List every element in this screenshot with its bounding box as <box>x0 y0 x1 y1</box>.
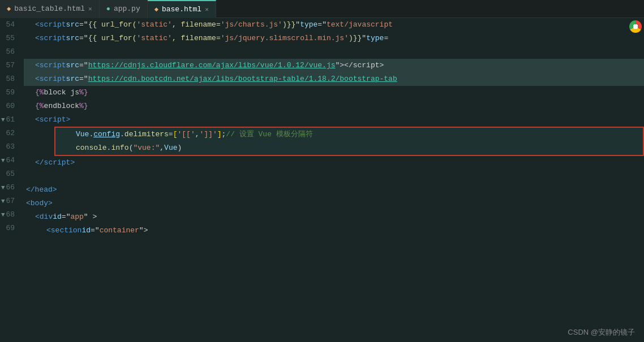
ln-57: 57 <box>0 59 19 72</box>
tab-basic-table[interactable]: ◆ basic_table.html ✕ <box>0 0 100 18</box>
code-line-69: <section id="container"> <box>24 224 644 237</box>
code-line-54: <script src="{{ url_for('static', filena… <box>24 18 644 32</box>
code-lines: <script src="{{ url_for('static', filena… <box>24 18 644 237</box>
ln-69: 69 <box>0 222 19 235</box>
close-base-tab[interactable]: ✕ <box>205 6 209 13</box>
code-line-60: {% endblock %} <box>24 99 644 113</box>
tab-app-py[interactable]: ● app.py <box>100 0 148 18</box>
py-icon: ● <box>106 5 110 13</box>
code-line-67: <body> <box>24 197 644 210</box>
close-basic-tab[interactable]: ✕ <box>88 5 92 12</box>
code-line-55: <script src="{{ url_for('static', filena… <box>24 32 644 45</box>
ln-55: 55 <box>0 32 19 45</box>
tab-base-html[interactable]: ◆ base.html ✕ <box>148 0 216 18</box>
ln-54: 54 <box>0 18 19 32</box>
ln-62: 62 <box>0 127 19 140</box>
code-line-58: <script src="https://cdn.bootcdn.net/aja… <box>24 72 644 86</box>
ln-59: 59 <box>0 86 19 99</box>
chrome-icon <box>629 20 642 33</box>
tab-base-label: base.html <box>162 5 201 14</box>
fold-icon-64[interactable]: ▼ <box>1 154 5 167</box>
html-icon: ◆ <box>7 5 11 13</box>
watermark: CSDN @安静的镜子 <box>568 327 635 337</box>
tab-bar: ◆ basic_table.html ✕ ● app.py ◆ base.htm… <box>0 0 644 18</box>
html-icon-active: ◆ <box>154 5 158 14</box>
code-content: <script src="{{ url_for('static', filena… <box>24 18 644 342</box>
ln-66: ▼ 66 <box>0 181 19 194</box>
tag-script-55: <script <box>35 32 66 45</box>
code-line-59: {% block js %} <box>24 86 644 99</box>
fold-icon-68[interactable]: ▼ <box>1 208 5 222</box>
ln-58: 58 <box>0 72 19 86</box>
editor: ◆ basic_table.html ✕ ● app.py ◆ base.htm… <box>0 0 644 342</box>
code-line-63: console.info("vue:",Vue) <box>55 141 643 155</box>
code-area: 54 55 56 57 58 59 60 ▼ 61 62 63 ▼ 64 65 … <box>0 18 644 342</box>
code-line-62: Vue.config.delimiters = ['[[', ']]']; //… <box>55 128 643 141</box>
code-line-65 <box>24 170 644 183</box>
ln-56: 56 <box>0 45 19 59</box>
fold-icon-61[interactable]: ▼ <box>1 113 5 127</box>
code-line-66: </head> <box>24 183 644 197</box>
code-line-56 <box>24 45 644 59</box>
ln-67: ▼ 67 <box>0 194 19 208</box>
fold-icon-67[interactable]: ▼ <box>1 194 5 208</box>
ln-63: 63 <box>0 140 19 154</box>
fold-icon-66[interactable]: ▼ <box>1 181 5 194</box>
code-line-64: </script> <box>24 156 644 170</box>
ln-65: 65 <box>0 167 19 181</box>
highlighted-block: Vue.config.delimiters = ['[[', ']]']; //… <box>54 127 644 156</box>
tab-app-label: app.py <box>114 5 140 13</box>
ln-68: ▼ 68 <box>0 208 19 222</box>
ln-61: ▼ 61 <box>0 113 19 127</box>
code-line-57: <script src="https://cdnjs.cloudflare.co… <box>24 59 644 72</box>
code-line-61: <script> <box>24 113 644 127</box>
line-numbers: 54 55 56 57 58 59 60 ▼ 61 62 63 ▼ 64 65 … <box>0 18 24 342</box>
code-line-68: <div id="app" > <box>24 210 644 224</box>
tag-script-54: <script <box>35 18 66 32</box>
ln-60: 60 <box>0 99 19 113</box>
tab-basic-label: basic_table.html <box>14 5 85 13</box>
ln-64: ▼ 64 <box>0 154 19 167</box>
